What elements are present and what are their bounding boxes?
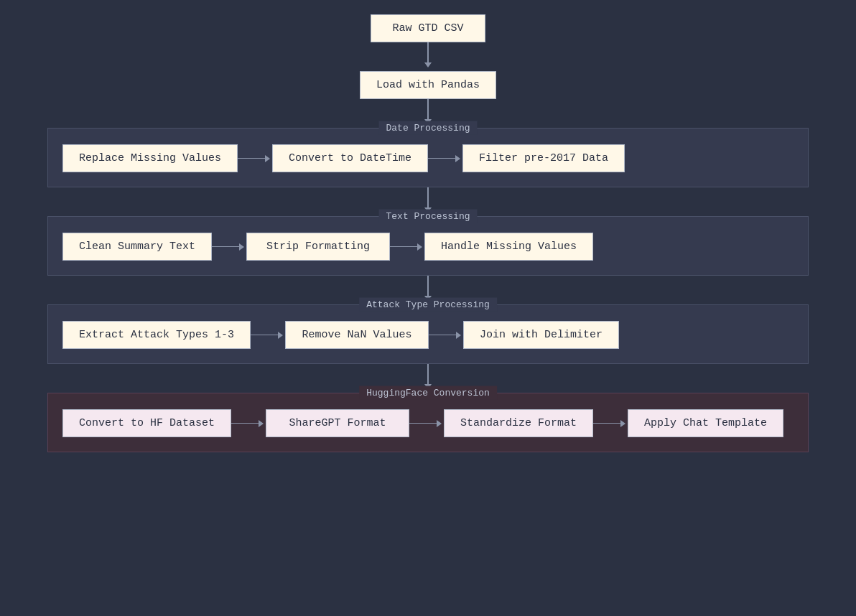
date-processing-label: Date Processing: [378, 121, 477, 135]
arrow-hf-1: [231, 420, 266, 427]
arrow-text-2: [390, 243, 424, 251]
arrow-attack-2: [429, 332, 463, 339]
text-processing-group: Text Processing Clean Summary Text Strip…: [47, 216, 809, 276]
huggingface-conversion-label: HuggingFace Conversion: [359, 386, 497, 400]
convert-to-hf-dataset-node: Convert to HF Dataset: [62, 409, 231, 437]
join-with-delimiter-node: Join with Delimiter: [463, 321, 619, 349]
attack-type-processing-group: Attack Type Processing Extract Attack Ty…: [47, 304, 809, 364]
arrow-hf-3: [593, 420, 628, 427]
clean-summary-text-node: Clean Summary Text: [62, 233, 212, 261]
arrow-date-2: [428, 155, 462, 162]
huggingface-conversion-group: HuggingFace Conversion Convert to HF Dat…: [47, 393, 809, 452]
standardize-format-node: Standardize Format: [444, 409, 593, 437]
load-with-pandas-node: Load with Pandas: [360, 71, 496, 99]
extract-attack-types-node: Extract Attack Types 1-3: [62, 321, 251, 349]
apply-chat-template-node: Apply Chat Template: [628, 409, 783, 437]
filter-pre2017-node: Filter pre-2017 Data: [462, 144, 625, 172]
huggingface-conversion-inner: Convert to HF Dataset ShareGPT Format St…: [62, 409, 794, 437]
arrow-top-to-load: [424, 42, 432, 71]
flow-diagram: Raw GTD CSV Load with Pandas Date Proces…: [47, 14, 809, 452]
attack-type-processing-label: Attack Type Processing: [359, 298, 497, 312]
handle-missing-values-node: Handle Missing Values: [424, 233, 593, 261]
arrow-date-1: [238, 155, 272, 162]
raw-gtd-csv-node: Raw GTD CSV: [371, 14, 485, 42]
arrow-text-1: [212, 243, 246, 251]
date-processing-group: Date Processing Replace Missing Values C…: [47, 128, 809, 187]
text-processing-label: Text Processing: [378, 210, 477, 223]
remove-nan-values-node: Remove NaN Values: [285, 321, 429, 349]
date-processing-inner: Replace Missing Values Convert to DateTi…: [62, 144, 794, 172]
replace-missing-values-node: Replace Missing Values: [62, 144, 238, 172]
sharegpt-format-node: ShareGPT Format: [266, 409, 409, 437]
attack-type-processing-inner: Extract Attack Types 1-3 Remove NaN Valu…: [62, 321, 794, 349]
strip-formatting-node: Strip Formatting: [246, 233, 390, 261]
arrow-attack-1: [251, 332, 285, 339]
convert-to-datetime-node: Convert to DateTime: [272, 144, 428, 172]
text-processing-inner: Clean Summary Text Strip Formatting Hand…: [62, 233, 794, 261]
arrow-hf-2: [409, 420, 444, 427]
